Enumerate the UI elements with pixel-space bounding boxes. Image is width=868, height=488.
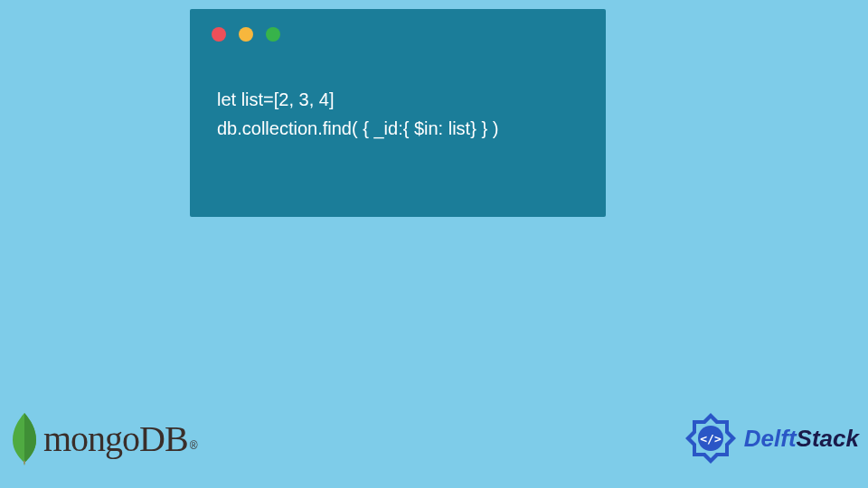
delftstack-emblem-icon: </>: [683, 410, 739, 466]
code-content: let list=[2, 3, 4] db.collection.find( {…: [190, 42, 606, 143]
window-controls: [190, 9, 606, 42]
minimize-icon: [239, 27, 253, 42]
mongodb-logo: mongoDB ®: [9, 411, 200, 465]
delftstack-logo: </> DelftStack: [683, 410, 859, 466]
code-window: let list=[2, 3, 4] db.collection.find( {…: [190, 9, 606, 217]
delftstack-text-part2: Stack: [797, 425, 859, 452]
maximize-icon: [266, 27, 280, 42]
mongodb-registered: ®: [190, 439, 198, 452]
svg-text:</>: </>: [700, 432, 722, 446]
code-line-1: let list=[2, 3, 4]: [217, 85, 579, 114]
code-line-2: db.collection.find( { _id:{ $in: list} }…: [217, 114, 579, 143]
delftstack-text: DelftStack: [744, 425, 859, 453]
mongodb-leaf-icon: [9, 411, 40, 465]
mongodb-text: mongoDB: [43, 418, 188, 460]
close-icon: [212, 27, 226, 42]
delftstack-text-part1: Delft: [744, 425, 797, 452]
footer: mongoDB ® </> DelftStack: [0, 398, 868, 488]
